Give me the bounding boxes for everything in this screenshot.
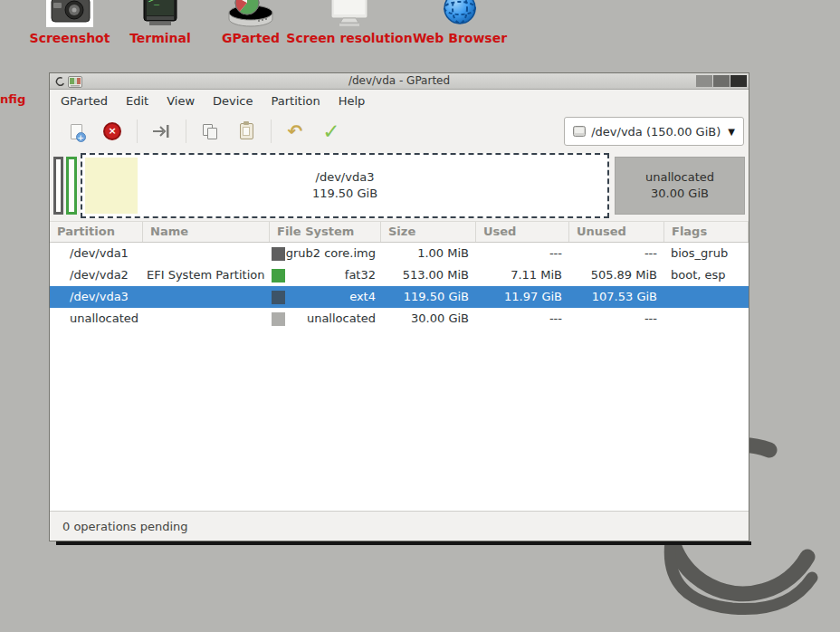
cell-used: --- xyxy=(476,243,569,264)
table-header-row: PartitionNameFile SystemSizeUsedUnusedFl… xyxy=(50,221,749,243)
filesystem-label: unallocated xyxy=(285,308,381,330)
resize-move-button[interactable] xyxy=(146,117,177,146)
close-button[interactable] xyxy=(730,75,747,87)
selected-partition-size: 119.50 GiB xyxy=(312,186,377,202)
monitor-icon xyxy=(282,0,417,29)
desktop-icon-web-browser[interactable]: Web Browser xyxy=(406,0,514,45)
resize-move-icon xyxy=(151,124,171,139)
cell-used: 11.97 GiB xyxy=(476,286,569,308)
paste-icon xyxy=(240,123,253,139)
cell-flags xyxy=(664,286,749,308)
table-row-dev-vda1[interactable]: /dev/vda1grub2 core.img1.00 MiB------bio… xyxy=(50,243,749,264)
table-row-dev-vda2[interactable]: /dev/vda2EFI System Partitionfat32513.00… xyxy=(50,264,749,286)
delete-icon: × xyxy=(103,122,121,140)
cell-name xyxy=(143,243,270,264)
titlebar[interactable]: /dev/vda - GParted xyxy=(50,73,749,90)
desktop-icon-screen-resolution[interactable]: Screen resolution xyxy=(282,0,417,45)
desktop-icon-label: Web Browser xyxy=(406,31,514,45)
partition-table: PartitionNameFile SystemSizeUsedUnusedFl… xyxy=(50,221,749,511)
menu-item-partition[interactable]: Partition xyxy=(262,91,329,110)
window-shadow xyxy=(56,541,751,545)
statusbar: 0 operations pending xyxy=(50,511,749,541)
toolbar: + × ↶ xyxy=(50,112,749,150)
toolbar-separator xyxy=(137,120,138,143)
column-header-file-system: File System xyxy=(270,222,381,242)
filesystem-color-swatch xyxy=(272,247,285,261)
cell-partition: unallocated xyxy=(50,308,143,330)
desktop-icon-label: Screen resolution xyxy=(282,31,417,45)
cell-partition: /dev/vda1 xyxy=(50,243,143,264)
cell-size: 513.00 MiB xyxy=(381,264,476,286)
filesystem-label: ext4 xyxy=(285,286,381,308)
unallocated-size: 30.00 GiB xyxy=(651,186,709,202)
cell-name: EFI System Partition xyxy=(143,264,270,286)
cell-flags xyxy=(664,308,749,330)
partial-desktop-label: nfig xyxy=(0,92,25,106)
menu-item-device[interactable]: Device xyxy=(204,91,262,110)
terminal-icon: >_ xyxy=(115,0,205,29)
new-partition-icon: + xyxy=(71,124,82,139)
cell-flags: bios_grub xyxy=(664,243,749,264)
device-selector[interactable]: /dev/vda (150.00 GiB) ▼ xyxy=(564,117,744,146)
filesystem-label: fat32 xyxy=(285,264,381,286)
delete-partition-button[interactable]: × xyxy=(97,117,128,146)
unallocated-label: unallocated xyxy=(645,169,714,186)
table-row-unallocated[interactable]: unallocatedunallocated30.00 GiB------ xyxy=(50,308,749,330)
menubar: GPartedEditViewDevicePartitionHelp xyxy=(50,90,749,112)
paste-button[interactable] xyxy=(231,117,262,146)
cell-size: 30.00 GiB xyxy=(381,308,476,330)
column-header-flags: Flags xyxy=(664,222,749,242)
cell-size: 119.50 GiB xyxy=(381,286,476,308)
device-selector-label: /dev/vda (150.00 GiB) xyxy=(591,125,721,139)
cell-filesystem: fat32 xyxy=(270,264,381,286)
column-header-used: Used xyxy=(476,222,569,242)
cell-used: 7.11 MiB xyxy=(476,264,569,286)
cell-partition: /dev/vda2 xyxy=(50,264,143,286)
disk-segment-unallocated[interactable]: unallocated 30.00 GiB xyxy=(615,157,745,215)
maximize-button[interactable] xyxy=(713,75,730,87)
menu-item-edit[interactable]: Edit xyxy=(117,91,158,110)
toolbar-separator xyxy=(186,120,186,143)
menu-item-view[interactable]: View xyxy=(158,91,204,110)
filesystem-label: grub2 core.img xyxy=(285,243,381,264)
drive-icon xyxy=(573,126,586,137)
camera-icon xyxy=(20,0,119,29)
selected-partition-label: /dev/vda3 xyxy=(316,169,375,186)
filesystem-color-swatch xyxy=(272,269,285,282)
chevron-down-icon: ▼ xyxy=(728,127,735,137)
disk-segment-vda2[interactable] xyxy=(66,157,77,215)
table-row-dev-vda3[interactable]: /dev/vda3ext4119.50 GiB11.97 GiB107.53 G… xyxy=(50,286,749,308)
cell-used: --- xyxy=(476,308,569,330)
disk-segment-vda1[interactable] xyxy=(53,157,63,215)
cell-filesystem: grub2 core.img xyxy=(270,243,381,264)
cell-unused: --- xyxy=(569,308,664,330)
column-header-size: Size xyxy=(381,222,476,242)
disk-segment-vda3-selected[interactable]: /dev/vda3 119.50 GiB xyxy=(81,153,609,218)
menu-item-help[interactable]: Help xyxy=(329,91,375,110)
minimize-button[interactable] xyxy=(696,75,712,87)
cell-size: 1.00 MiB xyxy=(381,243,476,264)
filesystem-color-swatch xyxy=(272,312,285,326)
status-text: 0 operations pending xyxy=(62,520,188,533)
undo-button[interactable]: ↶ xyxy=(280,117,310,146)
cell-filesystem: ext4 xyxy=(270,286,381,308)
toolbar-separator xyxy=(271,120,272,143)
column-header-name: Name xyxy=(143,222,270,242)
desktop-icon-screenshot[interactable]: Screenshot xyxy=(20,0,119,45)
copy-button[interactable] xyxy=(195,117,225,146)
desktop-icon-label: Screenshot xyxy=(20,31,119,45)
cell-name xyxy=(143,308,270,330)
undo-icon: ↶ xyxy=(288,122,303,140)
cell-filesystem: unallocated xyxy=(270,308,381,330)
menu-item-gparted[interactable]: GParted xyxy=(52,91,117,110)
apply-icon: ✓ xyxy=(322,121,339,142)
column-header-partition: Partition xyxy=(50,222,143,242)
desktop: Screenshot >_ Terminal xyxy=(0,0,840,632)
gparted-window: /dev/vda - GParted GPartedEditViewDevice… xyxy=(49,72,749,541)
apply-button[interactable]: ✓ xyxy=(316,117,347,146)
new-partition-button[interactable]: + xyxy=(61,117,91,146)
cell-partition: /dev/vda3 xyxy=(50,286,143,308)
globe-icon xyxy=(406,0,514,29)
cell-unused: --- xyxy=(569,243,664,264)
desktop-icon-terminal[interactable]: >_ Terminal xyxy=(115,0,205,45)
